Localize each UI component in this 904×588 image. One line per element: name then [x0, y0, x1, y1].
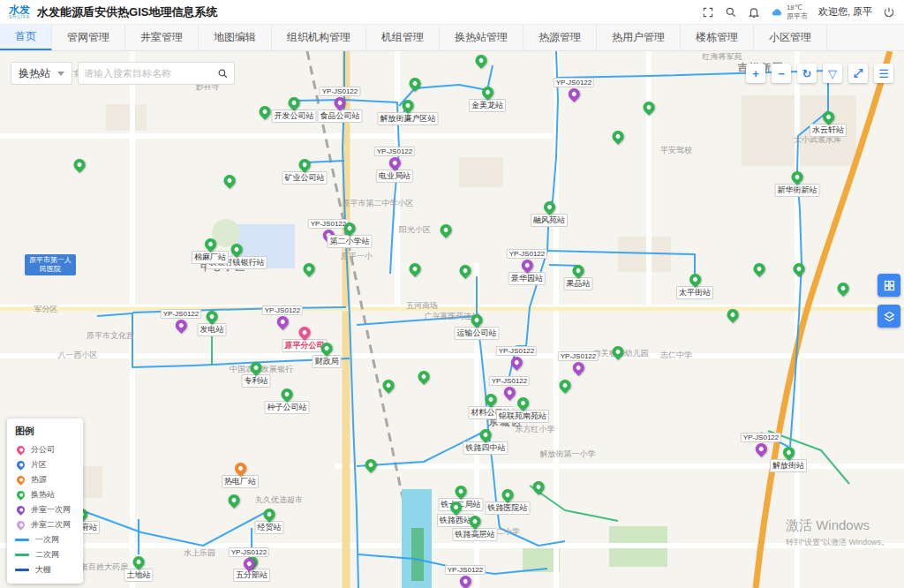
map-marker-station[interactable] — [304, 263, 315, 275]
legend-item-label: 井室二次网 — [31, 519, 71, 531]
nav-tab-2[interactable]: 井室管理 — [125, 25, 199, 50]
pin-icon — [204, 308, 220, 324]
map-marker-station[interactable]: 太平街站 — [676, 274, 713, 299]
map-marker-station[interactable] — [613, 131, 624, 142]
map-marker-station[interactable]: 金美龙站 — [469, 87, 506, 112]
nav-tab-4[interactable]: 组织机构管理 — [272, 25, 366, 50]
map-marker-station[interactable] — [838, 283, 849, 294]
pin-icon — [473, 52, 489, 68]
map-marker-station[interactable]: 铁路四中站 — [463, 429, 508, 455]
map-marker-station[interactable] — [224, 175, 236, 186]
map-view[interactable]: 原平市实验中学妙祥寺吉祥新区红海将军苑中心小区东城区军分区八一西小区原平市文化宫… — [0, 51, 904, 588]
map-marker-station[interactable]: 第二小学站 — [328, 222, 373, 248]
search-category-select[interactable]: 换热站 — [11, 62, 72, 85]
pin-icon — [380, 377, 396, 393]
map-marker-station[interactable] — [229, 494, 240, 506]
area-switch-button[interactable] — [878, 274, 900, 297]
map-marker-source[interactable]: 热电厂站 — [222, 463, 259, 488]
nav-tab-3[interactable]: 地图编辑 — [199, 25, 272, 50]
map-marker-station[interactable]: 财政局 — [313, 343, 342, 368]
map-marker-station[interactable] — [613, 346, 624, 358]
map-marker-station[interactable]: 新华街新站 — [775, 171, 820, 197]
map-marker-well[interactable]: YP-JS0122 — [161, 309, 201, 331]
map-marker-well[interactable]: YP-JS0122 — [496, 346, 537, 368]
map-marker-station[interactable] — [644, 102, 655, 113]
zoom-out-button[interactable]: − — [772, 64, 791, 83]
nav-tab-1[interactable]: 管网管理 — [52, 25, 125, 50]
bell-icon[interactable] — [748, 6, 760, 19]
map-marker-station[interactable] — [754, 263, 765, 275]
search-input[interactable] — [84, 68, 217, 79]
map-marker-station[interactable] — [365, 459, 377, 471]
map-marker-well[interactable]: YP-JS0122 — [554, 78, 594, 100]
reset-view-button[interactable]: ↻ — [797, 64, 817, 83]
map-marker-well[interactable]: YP-JS0122电业局站 — [374, 147, 415, 183]
map-marker-well[interactable]: YP-JS0122 — [445, 565, 486, 587]
map-marker-well[interactable]: YP-JS0122景华园站 — [507, 249, 547, 285]
map-marker-well[interactable]: YP-JS0122食品公司站 — [318, 87, 363, 123]
layer-switch-button[interactable] — [878, 305, 900, 328]
map-marker-station[interactable]: 土地站 — [124, 556, 154, 582]
search-submit-icon[interactable] — [217, 68, 229, 79]
map-marker-well[interactable]: YP-JS0122 — [489, 376, 530, 398]
nav-tab-5[interactable]: 机组管理 — [366, 25, 440, 50]
map-marker-station[interactable]: 融风苑站 — [531, 201, 568, 227]
legend-pin-icon — [15, 489, 26, 501]
search-icon[interactable] — [725, 6, 737, 19]
map-marker-station[interactable]: 水云轩站 — [810, 111, 847, 137]
weather-widget: 18℃ 原平市 — [771, 4, 808, 21]
map-marker-station[interactable] — [727, 309, 739, 320]
legend-items: 分公司片区热源换热站井室一次网井室二次网一次网二次网大棚 — [15, 442, 75, 577]
map-marker-station[interactable] — [560, 380, 571, 391]
map-marker-station[interactable] — [410, 78, 421, 89]
nav-tab-0[interactable]: 首页 — [0, 25, 52, 50]
zoom-in-button[interactable]: + — [746, 64, 765, 83]
map-marker-station[interactable] — [410, 263, 421, 275]
map-marker-well[interactable]: YP-JS0122 — [229, 547, 269, 569]
map-marker-station[interactable]: 矿业公司站 — [282, 159, 328, 185]
map-marker-well[interactable]: YP-JS0122 — [558, 351, 599, 373]
map-marker-well[interactable]: YP-JS0122 — [262, 305, 303, 328]
map-marker-well[interactable]: YP-JS0122 — [741, 433, 781, 455]
map-marker-station[interactable]: 开发公司站 — [272, 97, 317, 123]
welcome-text: 欢迎您, 原平 — [818, 5, 872, 19]
pin-icon — [566, 86, 582, 102]
nav-tab-9[interactable]: 楼栋管理 — [681, 25, 754, 50]
fullscreen-icon[interactable] — [702, 6, 714, 19]
pin-icon — [467, 513, 483, 529]
map-marker-station[interactable] — [794, 263, 805, 275]
map-marker-station[interactable]: 专利站 — [242, 362, 271, 388]
map-marker-station[interactable] — [74, 159, 86, 170]
layer-settings-button[interactable]: ☰ — [874, 64, 893, 83]
map-marker-station[interactable] — [460, 265, 471, 276]
marker-name-label: 融风苑站 — [531, 214, 568, 227]
map-marker-station[interactable]: 种子公司站 — [265, 388, 310, 414]
map-marker-station[interactable]: 运输公司站 — [455, 314, 500, 340]
logout-icon[interactable] — [883, 6, 895, 19]
map-marker-station[interactable] — [441, 224, 452, 236]
map-marker-station[interactable]: 解放街廉户区站 — [378, 100, 439, 125]
map-marker-station[interactable] — [418, 371, 430, 382]
page-title: 水发能源盾安供热GIS地理信息系统 — [37, 4, 217, 20]
map-marker-station[interactable]: 棉麻厂站 — [192, 238, 229, 264]
nav-tab-6[interactable]: 换热站管理 — [440, 25, 524, 50]
map-marker-station[interactable] — [383, 380, 395, 391]
map-marker-station[interactable]: 果品站 — [564, 265, 593, 290]
fit-extent-button[interactable]: ⤢ — [848, 64, 868, 83]
map-marker-station[interactable] — [476, 55, 487, 66]
nav-tab-10[interactable]: 小区管理 — [754, 25, 827, 50]
map-marker-station[interactable]: 铁路医院站 — [486, 489, 531, 515]
pin-icon — [363, 456, 379, 472]
map-marker-station[interactable] — [533, 481, 545, 493]
map-marker-station[interactable]: 发电站 — [198, 311, 227, 336]
marker-name-label: 种子公司站 — [265, 401, 310, 414]
map-marker-station[interactable] — [260, 106, 271, 117]
map-marker-station[interactable]: 经贸站 — [255, 509, 284, 534]
pin-icon — [275, 313, 290, 329]
filter-button[interactable]: ▽ — [823, 64, 842, 83]
map-marker-station[interactable]: 铁路高层站 — [453, 516, 498, 541]
pin-icon — [131, 554, 147, 569]
nav-tab-8[interactable]: 热用户管理 — [597, 25, 681, 50]
nav-tab-7[interactable]: 热源管理 — [524, 25, 597, 50]
map-marker-station[interactable]: 锦联苑南苑站 — [496, 397, 549, 423]
